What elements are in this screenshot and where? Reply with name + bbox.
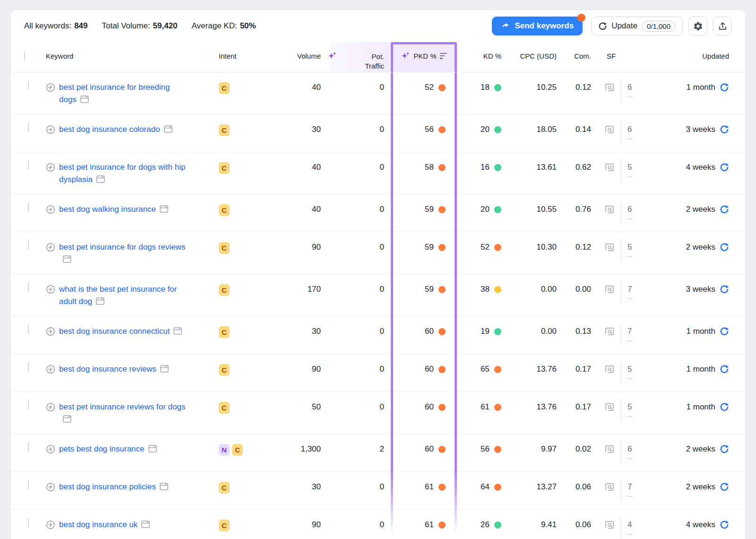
- add-to-list-icon[interactable]: [46, 83, 55, 92]
- refresh-keyword-icon[interactable]: [720, 125, 729, 134]
- add-to-list-icon[interactable]: [46, 520, 55, 530]
- keyword-link[interactable]: best pet insurance for dogs reviews: [59, 241, 188, 266]
- keyword-link[interactable]: best pet insurance for dogs with hip dys…: [59, 161, 188, 186]
- intent-badge-c[interactable]: C: [219, 204, 230, 216]
- settings-button[interactable]: [688, 17, 707, 35]
- sf-count[interactable]: 6: [627, 81, 632, 97]
- row-checkbox[interactable]: [28, 81, 29, 90]
- refresh-keyword-icon[interactable]: [720, 444, 729, 454]
- sf-count[interactable]: 6: [627, 203, 632, 219]
- refresh-keyword-icon[interactable]: [720, 163, 729, 172]
- serp-window-icon[interactable]: [62, 414, 72, 424]
- column-header-pkd[interactable]: PKD %: [391, 42, 457, 61]
- sf-count[interactable]: 7: [627, 481, 632, 497]
- serp-preview-icon[interactable]: [604, 284, 615, 295]
- serp-window-icon[interactable]: [96, 174, 105, 184]
- intent-badge-c[interactable]: C: [219, 242, 230, 254]
- serp-window-icon[interactable]: [80, 95, 89, 104]
- sort-descending-icon[interactable]: [440, 53, 447, 59]
- refresh-keyword-icon[interactable]: [720, 402, 729, 412]
- column-header-com[interactable]: Com.: [557, 42, 591, 60]
- keyword-link[interactable]: best dog insurance reviews: [59, 363, 169, 375]
- row-checkbox[interactable]: [28, 363, 29, 372]
- sf-count[interactable]: 5: [627, 401, 632, 417]
- serp-preview-icon[interactable]: [604, 520, 615, 530]
- keyword-link[interactable]: best pet insurance reviews for dogs: [59, 401, 188, 426]
- intent-badge-c[interactable]: C: [219, 520, 230, 531]
- serp-preview-icon[interactable]: [604, 364, 615, 374]
- refresh-keyword-icon[interactable]: [720, 365, 729, 374]
- sf-count[interactable]: 5: [627, 363, 632, 379]
- column-header-keyword[interactable]: Keyword: [46, 42, 219, 60]
- sf-count[interactable]: 5: [627, 161, 632, 177]
- add-to-list-icon[interactable]: [46, 243, 55, 252]
- intent-badge-c[interactable]: C: [219, 162, 230, 174]
- row-checkbox[interactable]: [28, 480, 29, 489]
- add-to-list-icon[interactable]: [46, 125, 55, 134]
- send-keywords-button[interactable]: Send keywords: [492, 17, 583, 35]
- row-checkbox[interactable]: [28, 518, 29, 527]
- row-checkbox[interactable]: [28, 123, 29, 132]
- sf-count[interactable]: 6: [627, 123, 632, 139]
- select-all-checkbox[interactable]: [24, 52, 25, 61]
- serp-window-icon[interactable]: [159, 482, 169, 491]
- refresh-keyword-icon[interactable]: [720, 520, 729, 530]
- row-checkbox[interactable]: [28, 161, 29, 170]
- serp-preview-icon[interactable]: [604, 204, 615, 215]
- column-header-sf[interactable]: SF: [591, 42, 648, 60]
- column-header-kd[interactable]: KD %: [457, 42, 501, 60]
- keyword-link[interactable]: best dog insurance colorado: [59, 123, 173, 136]
- serp-window-icon[interactable]: [95, 296, 105, 306]
- keyword-link[interactable]: pets best dog insurance: [59, 443, 157, 455]
- sf-count[interactable]: 6: [627, 443, 632, 459]
- serp-window-icon[interactable]: [159, 204, 169, 214]
- add-to-list-icon[interactable]: [46, 205, 55, 214]
- keyword-link[interactable]: best pet insurance for breeding dogs: [59, 81, 188, 106]
- serp-preview-icon[interactable]: [604, 242, 615, 252]
- refresh-keyword-icon[interactable]: [720, 482, 729, 492]
- row-checkbox[interactable]: [28, 203, 29, 212]
- export-button[interactable]: [713, 17, 732, 35]
- add-to-list-icon[interactable]: [46, 285, 55, 294]
- refresh-keyword-icon[interactable]: [720, 243, 729, 252]
- serp-preview-icon[interactable]: [604, 402, 615, 412]
- intent-badge-c[interactable]: C: [219, 82, 230, 94]
- serp-window-icon[interactable]: [163, 124, 173, 134]
- column-header-volume[interactable]: Volume: [246, 42, 321, 60]
- keyword-link[interactable]: best dog insurance uk: [59, 519, 150, 531]
- add-to-list-icon[interactable]: [46, 163, 55, 172]
- refresh-keyword-icon[interactable]: [720, 327, 729, 336]
- sf-count[interactable]: 4: [627, 519, 632, 535]
- refresh-keyword-icon[interactable]: [720, 205, 729, 214]
- keyword-link[interactable]: best dog insurance connecticut: [59, 325, 182, 338]
- add-to-list-icon[interactable]: [46, 327, 55, 336]
- serp-preview-icon[interactable]: [604, 82, 615, 93]
- intent-badge-c[interactable]: C: [219, 402, 230, 414]
- add-to-list-icon[interactable]: [46, 365, 55, 374]
- intent-badge-c[interactable]: C: [219, 284, 230, 296]
- row-checkbox[interactable]: [28, 400, 29, 409]
- column-header-intent[interactable]: Intent: [219, 42, 246, 60]
- row-checkbox[interactable]: [28, 283, 29, 292]
- row-checkbox[interactable]: [28, 241, 29, 250]
- serp-preview-icon[interactable]: [604, 444, 615, 454]
- serp-preview-icon[interactable]: [604, 326, 615, 337]
- intent-badge-c[interactable]: C: [232, 444, 243, 456]
- serp-preview-icon[interactable]: [604, 482, 615, 492]
- sf-count[interactable]: 7: [627, 283, 632, 299]
- serp-window-icon[interactable]: [62, 254, 72, 264]
- refresh-keyword-icon[interactable]: [720, 83, 729, 92]
- sf-count[interactable]: 7: [627, 325, 632, 341]
- intent-badge-c[interactable]: C: [219, 364, 230, 376]
- add-to-list-icon[interactable]: [46, 444, 55, 454]
- column-header-updated[interactable]: Updated: [648, 42, 732, 60]
- intent-badge-n[interactable]: N: [219, 444, 230, 456]
- sf-count[interactable]: 5: [627, 241, 632, 257]
- add-to-list-icon[interactable]: [46, 482, 55, 492]
- keyword-link[interactable]: best dog insurance policies: [59, 481, 169, 493]
- column-header-cpc[interactable]: CPC (USD): [501, 42, 557, 60]
- serp-window-icon[interactable]: [148, 444, 157, 453]
- intent-badge-c[interactable]: C: [219, 124, 230, 136]
- add-to-list-icon[interactable]: [46, 402, 55, 412]
- refresh-keyword-icon[interactable]: [720, 285, 729, 294]
